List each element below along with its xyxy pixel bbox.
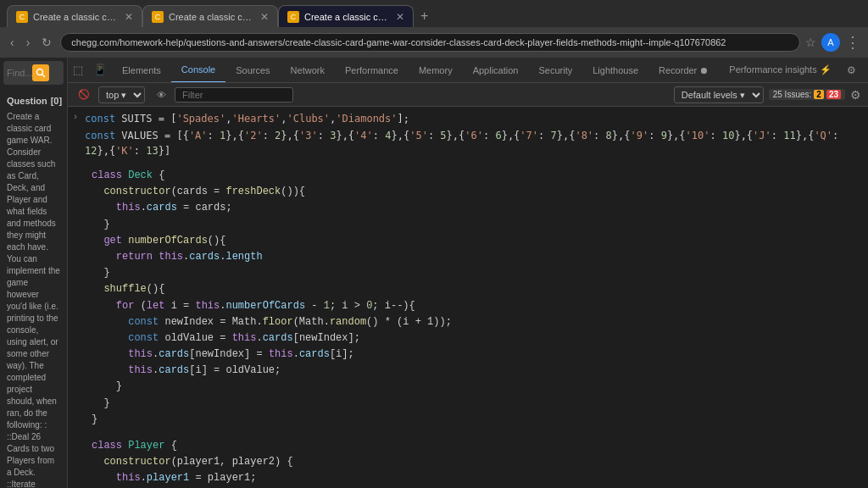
bookmark-icon[interactable]: ☆	[805, 36, 816, 49]
tab-close-3[interactable]: ✕	[396, 11, 404, 23]
eye-button[interactable]: 👁	[153, 88, 170, 102]
tab-lighthouse[interactable]: Lighthouse	[582, 58, 648, 83]
reload-button[interactable]: ↻	[38, 32, 55, 53]
svg-point-0	[37, 69, 43, 75]
tab-close-1[interactable]: ✕	[125, 11, 133, 23]
tab-bar: C Create a classic card game W... ✕ C Cr…	[0, 0, 868, 27]
console-line-1: › const SUITS = ['Spades','Hearts','Club…	[68, 110, 868, 127]
warn-badge: 2	[814, 90, 824, 99]
browser-window: C Create a classic card game W... ✕ C Cr…	[0, 0, 868, 488]
devtools-settings-button[interactable]: ⚙	[842, 63, 861, 78]
question-label: Question [0] ⚑	[7, 95, 60, 106]
devtools-tab-bar: ⬚ 📱 Elements Console Sources Network Per…	[68, 58, 868, 83]
flag-icon[interactable]: ⚑	[65, 95, 67, 106]
console-line-2: const VALUES = [{'A': 1},{'2': 2},{'3': …	[68, 127, 868, 159]
clear-console-button[interactable]: 🚫	[75, 87, 93, 102]
code-values: const VALUES = [{'A': 1},{'2': 2},{'3': …	[85, 128, 861, 158]
find-bar	[3, 61, 64, 85]
tab-title-3: Create a classic card game W...	[304, 12, 391, 22]
tab-performance-insights[interactable]: Performance insights ⚡	[719, 58, 841, 83]
find-icon[interactable]	[32, 64, 49, 81]
address-bar-icons: ☆ A ⋮	[805, 33, 861, 52]
console-toolbar: 🚫 top ▾ 👁 Default levels ▾ 25 Issues: 2 …	[68, 83, 868, 107]
code-deck-class: class Deck { constructor(cards = freshDe…	[68, 166, 868, 430]
console-settings-icon[interactable]: ⚙	[850, 88, 861, 102]
menu-button[interactable]: ⋮	[845, 33, 861, 52]
inspect-icon[interactable]: ⬚	[68, 64, 88, 76]
question-text: Create a classic card game WAR. Consider…	[7, 111, 60, 488]
tab-favicon-2: C	[152, 11, 164, 23]
error-badge: 23	[826, 90, 841, 99]
browser-tab-2[interactable]: C Create a classic card game W... ✕	[142, 5, 278, 27]
tab-close-2[interactable]: ✕	[260, 11, 269, 23]
question-section: Question [0] ⚑ Create a classic card gam…	[0, 88, 67, 488]
profile-button[interactable]: A	[821, 33, 840, 52]
tab-title-2: Create a classic card game W...	[169, 12, 255, 22]
address-bar: ‹ › ↻ ☆ A ⋮	[0, 27, 868, 58]
find-input[interactable]	[7, 68, 32, 78]
address-input[interactable]	[60, 33, 800, 52]
tab-memory[interactable]: Memory	[409, 58, 463, 83]
code-player-class: class Player { constructor(player1, play…	[68, 436, 868, 488]
issues-label: 25 Issues:	[773, 90, 812, 99]
tab-application[interactable]: Application	[463, 58, 529, 83]
devtools-more-button[interactable]: ⋮	[865, 63, 868, 78]
forward-button[interactable]: ›	[23, 32, 34, 53]
code-suits: const SUITS = ['Spades','Hearts','Clubs'…	[85, 111, 409, 126]
tab-performance[interactable]: Performance	[335, 58, 409, 83]
tab-security[interactable]: Security	[528, 58, 582, 83]
left-panel: Question [0] ⚑ Create a classic card gam…	[0, 58, 68, 488]
tab-title-1: Create a classic card game W...	[33, 12, 120, 22]
browser-tab-1[interactable]: C Create a classic card game W... ✕	[7, 5, 142, 27]
main-layout: Question [0] ⚑ Create a classic card gam…	[0, 58, 868, 488]
console-filter-input[interactable]	[175, 87, 293, 103]
console-output[interactable]: › const SUITS = ['Spades','Hearts','Club…	[68, 107, 868, 488]
tab-recorder[interactable]: Recorder ⏺	[648, 58, 719, 83]
tab-sources[interactable]: Sources	[225, 58, 280, 83]
device-icon[interactable]: 📱	[88, 64, 112, 76]
tab-elements[interactable]: Elements	[112, 58, 171, 83]
tab-favicon-1: C	[16, 11, 28, 23]
tab-favicon-3: C	[287, 11, 299, 23]
tab-network[interactable]: Network	[281, 58, 335, 83]
context-select[interactable]: top ▾	[98, 86, 145, 103]
back-button[interactable]: ‹	[7, 32, 18, 53]
tab-console[interactable]: Console	[171, 58, 225, 83]
browser-tab-3[interactable]: C Create a classic card game W... ✕	[278, 5, 414, 27]
devtools-panel: ⬚ 📱 Elements Console Sources Network Per…	[68, 58, 868, 488]
level-select[interactable]: Default levels ▾	[674, 86, 764, 103]
new-tab-button[interactable]: +	[414, 5, 435, 27]
issues-badge[interactable]: 25 Issues: 2 23	[769, 89, 845, 100]
console-arrow: ›	[73, 111, 78, 124]
devtools-actions: ⚙ ⋮ ✕	[842, 63, 868, 78]
svg-line-1	[42, 75, 46, 78]
comment-count: [0]	[51, 96, 62, 106]
